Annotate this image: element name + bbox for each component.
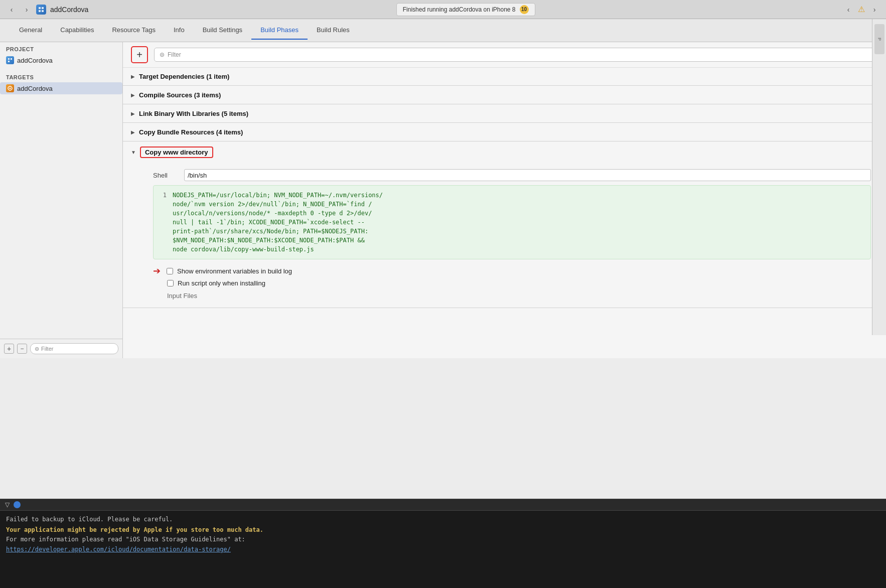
console-link[interactable]: https://developer.apple.com/icloud/docum… — [6, 546, 231, 553]
svg-rect-2 — [39, 10, 41, 12]
run-script-label: Run script only when installing — [178, 279, 265, 287]
sidebar-target-name: addCordova — [17, 85, 53, 92]
sidebar-remove-button[interactable]: − — [17, 344, 27, 354]
show-env-label: Show environment variables in build log — [177, 267, 292, 275]
tab-build-settings[interactable]: Build Settings — [194, 21, 252, 40]
phase-compile-sources-header[interactable]: ▶ Compile Sources (3 items) × — [123, 86, 886, 104]
warning-icon: ⚠ — [858, 5, 865, 14]
top-bar: ‹ › addCordova Finished running addCordo… — [0, 0, 886, 19]
warning-badge: 10 — [520, 5, 529, 14]
right-stub-btn: P — [874, 24, 884, 54]
show-env-checkbox[interactable] — [167, 268, 173, 274]
right-panel-stub: P — [872, 19, 886, 335]
chevron-right-icon: ▶ — [131, 111, 135, 116]
line-numbers: 1 — [159, 191, 167, 254]
nav-left-button[interactable]: ‹ — [843, 4, 854, 15]
svg-rect-3 — [42, 10, 44, 12]
phase-copy-www-header[interactable]: ▼ Copy www directory × — [123, 141, 886, 163]
phase-link-binary-header[interactable]: ▶ Link Binary With Libraries (5 items) × — [123, 104, 886, 122]
phase-target-dependencies: ▶ Target Dependencies (1 item) — [123, 68, 886, 86]
app-icon — [36, 5, 46, 15]
console-warning-line: Your application might be rejected by Ap… — [6, 525, 880, 535]
phases-toolbar: + ⊜ Filter — [123, 42, 886, 68]
tab-general[interactable]: General — [10, 21, 51, 40]
sidebar-item-target[interactable]: addCordova — [0, 82, 122, 94]
phase-link-binary: ▶ Link Binary With Libraries (5 items) × — [123, 104, 886, 123]
expand-icon: ▽ — [5, 501, 10, 508]
sidebar-bottom: + − ⊜ Filter — [0, 339, 122, 358]
warning-count: 10 — [521, 7, 527, 12]
console-area: ▽ Failed to backup to iCloud. Please be … — [0, 499, 886, 588]
main-layout: PROJECT addCordova TARGETS addCordova + … — [0, 42, 886, 498]
console-toolbar: ▽ — [0, 499, 886, 511]
sidebar-project-header: PROJECT — [0, 42, 122, 54]
phase-copy-www-title: Copy www directory — [145, 149, 208, 156]
run-script-checkbox[interactable] — [167, 280, 174, 286]
nav-forward-button[interactable]: › — [21, 4, 32, 15]
phases-filter-icon: ⊜ — [160, 51, 165, 58]
top-bar-left: ‹ › addCordova — [6, 4, 88, 15]
script-content: Shell 1 NODEJS_PATH=/usr/local/bin; NVM_… — [123, 163, 886, 308]
tab-resource-tags[interactable]: Resource Tags — [103, 21, 164, 40]
phase-copy-bundle: ▶ Copy Bundle Resources (4 items) × — [123, 123, 886, 141]
add-phase-button[interactable]: + — [131, 46, 148, 63]
phase-copy-www: ▼ Copy www directory × Shell 1 NODEJS_PA… — [123, 141, 886, 308]
status-message: Finished running addCordova on iPhone 8 — [403, 6, 516, 13]
svg-rect-5 — [11, 58, 12, 60]
code-text[interactable]: NODEJS_PATH=/usr/local/bin; NVM_NODE_PAT… — [173, 191, 383, 254]
tab-capabilities[interactable]: Capabilities — [51, 21, 103, 40]
sidebar-project-name: addCordova — [17, 57, 53, 64]
phase-link-binary-title: Link Binary With Libraries (5 items) — [139, 110, 248, 117]
svg-rect-1 — [42, 7, 44, 9]
svg-rect-0 — [39, 7, 41, 9]
phase-copy-www-title-box: Copy www directory — [140, 146, 213, 158]
svg-rect-4 — [8, 58, 10, 60]
sidebar-filter-placeholder: Filter — [41, 346, 53, 352]
sidebar-filter-icon: ⊜ — [35, 346, 39, 352]
sidebar-add-button[interactable]: + — [4, 344, 14, 354]
svg-point-8 — [10, 88, 11, 89]
project-name: addCordova — [50, 6, 88, 14]
tab-build-phases[interactable]: Build Phases — [251, 21, 308, 40]
phase-compile-sources-title: Compile Sources (3 items) — [139, 91, 221, 99]
status-bar: Finished running addCordova on iPhone 8 … — [396, 3, 535, 16]
nav-right-button[interactable]: › — [869, 4, 880, 15]
content-area: + ⊜ Filter ▶ Target Dependencies (1 item… — [123, 42, 886, 358]
phase-copy-bundle-header[interactable]: ▶ Copy Bundle Resources (4 items) × — [123, 123, 886, 141]
svg-rect-6 — [8, 61, 10, 62]
shell-input[interactable] — [184, 169, 871, 181]
tab-bar: General Capabilities Resource Tags Info … — [0, 19, 886, 42]
shell-row: Shell — [153, 169, 871, 181]
code-block: 1 NODEJS_PATH=/usr/local/bin; NVM_NODE_P… — [153, 185, 871, 259]
tab-info[interactable]: Info — [165, 21, 194, 40]
sidebar-targets-header: TARGETS — [0, 70, 122, 82]
phases-filter-box[interactable]: ⊜ Filter — [154, 48, 878, 62]
phases-filter-placeholder: Filter — [168, 51, 181, 58]
console-text: Failed to backup to iCloud. Please be ca… — [0, 511, 886, 558]
sidebar-filter[interactable]: ⊜ Filter — [30, 343, 118, 354]
chevron-down-icon: ▼ — [131, 150, 136, 155]
phase-target-dependencies-title: Target Dependencies (1 item) — [139, 73, 229, 80]
red-arrow-icon: ➔ — [153, 265, 161, 276]
sidebar-item-project[interactable]: addCordova — [0, 54, 122, 66]
top-bar-center: Finished running addCordova on iPhone 8 … — [92, 3, 839, 16]
run-script-row: Run script only when installing — [167, 279, 871, 287]
console-expand-btn[interactable]: ▽ — [5, 501, 10, 508]
input-files-label: Input Files — [167, 292, 871, 300]
chevron-right-icon: ▶ — [131, 92, 135, 98]
phase-target-dependencies-header[interactable]: ▶ Target Dependencies (1 item) — [123, 68, 886, 85]
sidebar: PROJECT addCordova TARGETS addCordova + … — [0, 42, 123, 358]
target-icon — [6, 84, 14, 92]
chevron-right-icon: ▶ — [131, 74, 135, 79]
top-bar-right: ‹ ⚠ › — [843, 4, 880, 15]
console-dot — [14, 501, 21, 508]
tab-build-rules[interactable]: Build Rules — [308, 21, 359, 40]
phase-compile-sources: ▶ Compile Sources (3 items) × — [123, 86, 886, 104]
nav-back-button[interactable]: ‹ — [6, 4, 17, 15]
project-icon — [6, 56, 14, 64]
shell-label: Shell — [153, 172, 178, 179]
show-env-row: ➔ Show environment variables in build lo… — [153, 265, 871, 276]
phase-copy-bundle-title: Copy Bundle Resources (4 items) — [139, 128, 243, 136]
chevron-right-icon: ▶ — [131, 129, 135, 135]
console-info-line: For more information please read "iOS Da… — [6, 535, 880, 544]
